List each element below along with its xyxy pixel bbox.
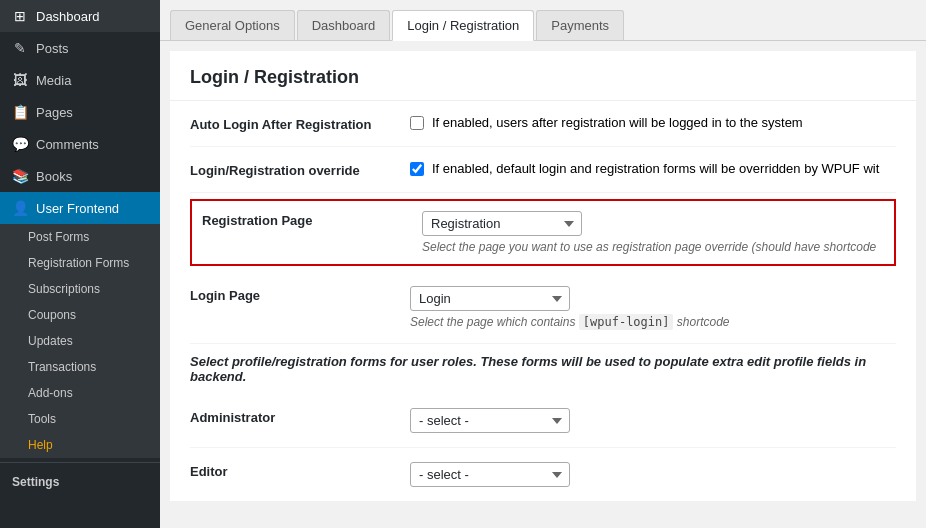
pages-icon: 📋 <box>12 104 28 120</box>
sidebar-divider <box>0 462 160 463</box>
form-row-administrator: Administrator - select - <box>190 394 896 448</box>
login-override-label: Login/Registration override <box>190 161 410 178</box>
posts-icon: ✎ <box>12 40 28 56</box>
sidebar-item-label: Media <box>36 73 71 88</box>
auto-login-label: Auto Login After Registration <box>190 115 410 132</box>
sidebar-item-dashboard[interactable]: ⊞ Dashboard <box>0 0 160 32</box>
registration-page-description: Select the page you want to use as regis… <box>422 240 884 254</box>
editor-label: Editor <box>190 462 410 479</box>
administrator-control: - select - <box>410 408 896 433</box>
form-row-login-override: Login/Registration override If enabled, … <box>190 147 896 193</box>
sidebar-subitem-add-ons[interactable]: Add-ons <box>0 380 160 406</box>
sidebar-subitem-subscriptions[interactable]: Subscriptions <box>0 276 160 302</box>
sidebar-item-posts[interactable]: ✎ Posts <box>0 32 160 64</box>
sidebar-subitem-transactions[interactable]: Transactions <box>0 354 160 380</box>
tab-general-options[interactable]: General Options <box>170 10 295 40</box>
sidebar-item-media[interactable]: 🖼 Media <box>0 64 160 96</box>
sidebar-item-label: Pages <box>36 105 73 120</box>
auto-login-control: If enabled, users after registration wil… <box>410 115 896 130</box>
content-area: Login / Registration Auto Login After Re… <box>170 51 916 501</box>
registration-page-select[interactable]: Registration <box>422 211 582 236</box>
sidebar: ⊞ Dashboard ✎ Posts 🖼 Media 📋 Pages 💬 Co… <box>0 0 160 528</box>
dashboard-icon: ⊞ <box>12 8 28 24</box>
login-page-control: Login Select the page which contains [wp… <box>410 286 896 329</box>
sidebar-item-books[interactable]: 📚 Books <box>0 160 160 192</box>
auto-login-inner: If enabled, users after registration wil… <box>410 115 896 130</box>
login-override-checkbox[interactable] <box>410 162 424 176</box>
login-page-description: Select the page which contains [wpuf-log… <box>410 315 896 329</box>
form-section: Auto Login After Registration If enabled… <box>170 101 916 344</box>
tab-payments[interactable]: Payments <box>536 10 624 40</box>
sidebar-subitem-tools[interactable]: Tools <box>0 406 160 432</box>
auto-login-description: If enabled, users after registration wil… <box>432 115 803 130</box>
form-row-registration-page: Registration Page Registration Select th… <box>190 199 896 266</box>
form-row-auto-login: Auto Login After Registration If enabled… <box>190 101 896 147</box>
editor-control: - select - <box>410 462 896 487</box>
login-override-description: If enabled, default login and registrati… <box>432 161 879 176</box>
books-icon: 📚 <box>12 168 28 184</box>
form-row-editor: Editor - select - <box>190 448 896 501</box>
role-fields-section: Administrator - select - Editor - select… <box>170 394 916 501</box>
tab-dashboard[interactable]: Dashboard <box>297 10 391 40</box>
registration-page-control: Registration Select the page you want to… <box>422 211 884 254</box>
comments-icon: 💬 <box>12 136 28 152</box>
sidebar-subitem-coupons[interactable]: Coupons <box>0 302 160 328</box>
sidebar-item-comments[interactable]: 💬 Comments <box>0 128 160 160</box>
registration-page-label: Registration Page <box>202 211 422 228</box>
login-shortcode: [wpuf-login] <box>579 314 674 330</box>
sidebar-subitem-help[interactable]: Help <box>0 432 160 458</box>
page-title: Login / Registration <box>170 51 916 101</box>
sidebar-submenu: Post Forms Registration Forms Subscripti… <box>0 224 160 458</box>
form-row-login-page: Login Page Login Select the page which c… <box>190 272 896 344</box>
sidebar-subitem-post-forms[interactable]: Post Forms <box>0 224 160 250</box>
sidebar-item-label: Dashboard <box>36 9 100 24</box>
auto-login-checkbox[interactable] <box>410 116 424 130</box>
sidebar-item-user-frontend[interactable]: 👤 User Frontend <box>0 192 160 224</box>
login-override-inner: If enabled, default login and registrati… <box>410 161 896 176</box>
sidebar-item-label: Books <box>36 169 72 184</box>
login-page-select[interactable]: Login <box>410 286 570 311</box>
media-icon: 🖼 <box>12 72 28 88</box>
sidebar-item-pages[interactable]: 📋 Pages <box>0 96 160 128</box>
login-override-control: If enabled, default login and registrati… <box>410 161 896 176</box>
sidebar-subitem-registration-forms[interactable]: Registration Forms <box>0 250 160 276</box>
settings-label: Settings <box>0 467 160 497</box>
administrator-select[interactable]: - select - <box>410 408 570 433</box>
login-page-label: Login Page <box>190 286 410 303</box>
tabs-bar: General Options Dashboard Login / Regist… <box>160 0 926 41</box>
sidebar-item-label: User Frontend <box>36 201 119 216</box>
editor-select[interactable]: - select - <box>410 462 570 487</box>
roles-note: Select profile/registration forms for us… <box>170 344 916 394</box>
main-content: General Options Dashboard Login / Regist… <box>160 0 926 528</box>
tab-login-registration[interactable]: Login / Registration <box>392 10 534 41</box>
user-frontend-icon: 👤 <box>12 200 28 216</box>
sidebar-item-label: Posts <box>36 41 69 56</box>
administrator-label: Administrator <box>190 408 410 425</box>
sidebar-subitem-updates[interactable]: Updates <box>0 328 160 354</box>
sidebar-item-label: Comments <box>36 137 99 152</box>
